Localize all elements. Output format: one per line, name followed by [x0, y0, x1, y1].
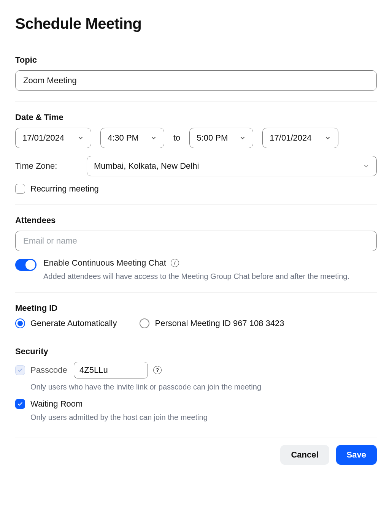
meeting-id-section: Meeting ID Generate Automatically Person…: [15, 303, 377, 339]
page-title: Schedule Meeting: [15, 15, 377, 32]
timezone-select[interactable]: Mumbai, Kolkata, New Delhi: [87, 156, 377, 176]
meeting-id-auto-label: Generate Automatically: [30, 318, 117, 328]
start-date-value: 17/01/2024: [22, 133, 64, 143]
chevron-down-icon: [363, 163, 370, 169]
cancel-button[interactable]: Cancel: [280, 445, 329, 465]
info-icon[interactable]: i: [171, 259, 179, 267]
meeting-id-personal-option[interactable]: Personal Meeting ID 967 108 3423: [140, 318, 284, 328]
attendees-label: Attendees: [15, 215, 377, 225]
start-time-value: 4:30 PM: [108, 133, 139, 143]
to-separator: to: [173, 133, 180, 143]
check-icon: [17, 367, 23, 373]
toggle-knob: [25, 260, 35, 270]
check-icon: [17, 401, 23, 407]
waiting-room-checkbox[interactable]: [15, 399, 25, 409]
passcode-checkbox[interactable]: [15, 365, 25, 375]
continuous-chat-sub: Added attendees will have access to the …: [43, 271, 377, 282]
continuous-chat-title: Enable Continuous Meeting Chat: [43, 258, 166, 268]
end-date-select[interactable]: 17/01/2024: [262, 128, 338, 148]
passcode-input[interactable]: [74, 362, 148, 378]
security-label: Security: [15, 347, 377, 356]
security-section: Security Passcode ? Only users who have …: [15, 343, 377, 433]
end-time-select[interactable]: 5:00 PM: [189, 128, 253, 148]
radio-unselected-icon: [140, 318, 149, 328]
end-time-value: 5:00 PM: [197, 133, 228, 143]
meeting-id-personal-label: Personal Meeting ID 967 108 3423: [155, 318, 284, 328]
attendees-section: Attendees Enable Continuous Meeting Chat…: [15, 215, 377, 293]
save-button[interactable]: Save: [336, 445, 377, 465]
topic-label: Topic: [15, 55, 377, 65]
passcode-sub: Only users who have the invite link or p…: [30, 382, 377, 392]
attendees-input[interactable]: [15, 231, 377, 251]
start-time-select[interactable]: 4:30 PM: [100, 128, 164, 148]
continuous-chat-toggle[interactable]: [15, 259, 37, 271]
timezone-label: Time Zone:: [15, 161, 76, 171]
recurring-checkbox[interactable]: [15, 184, 25, 194]
passcode-label: Passcode: [30, 365, 68, 375]
radio-selected-icon: [15, 318, 25, 328]
end-date-value: 17/01/2024: [270, 133, 311, 143]
chevron-down-icon: [239, 135, 246, 141]
datetime-label: Date & Time: [15, 112, 377, 122]
recurring-label: Recurring meeting: [30, 184, 99, 194]
waiting-room-label: Waiting Room: [30, 399, 83, 409]
waiting-room-sub: Only users admitted by the host can join…: [30, 412, 377, 423]
chevron-down-icon: [77, 135, 84, 141]
topic-input[interactable]: [15, 70, 377, 91]
topic-section: Topic: [15, 55, 377, 102]
chevron-down-icon: [150, 135, 157, 141]
datetime-section: Date & Time 17/01/2024 4:30 PM to 5:00 P…: [15, 112, 377, 205]
meeting-id-label: Meeting ID: [15, 303, 377, 313]
help-icon[interactable]: ?: [153, 366, 162, 374]
timezone-value: Mumbai, Kolkata, New Delhi: [94, 161, 199, 171]
footer: Cancel Save: [15, 437, 377, 465]
start-date-select[interactable]: 17/01/2024: [15, 128, 91, 148]
chevron-down-icon: [324, 135, 331, 141]
meeting-id-auto-option[interactable]: Generate Automatically: [15, 318, 117, 328]
